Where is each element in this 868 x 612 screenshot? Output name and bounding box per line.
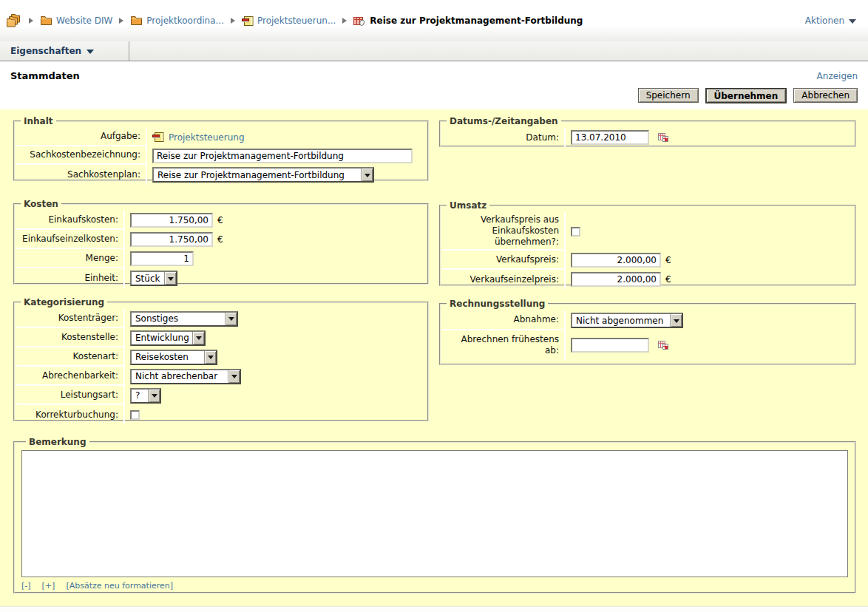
section-inhalt-legend: Inhalt <box>21 116 56 126</box>
aufgabe-link[interactable]: Projektsteuerung <box>169 132 245 143</box>
dropdown-arrow-icon <box>164 272 176 285</box>
sachkostenbezeichnung-input[interactable] <box>152 149 413 163</box>
currency-label: € <box>665 274 671 285</box>
breadcrumb-item-website-diw[interactable]: Website DIW <box>40 16 112 26</box>
dropdown-arrow-icon <box>670 314 682 327</box>
section-kosten: Kosten Einkaufskosten: € Einkaufseinzelk… <box>13 199 429 285</box>
leistungsart-label: Leistungsart: <box>16 386 125 405</box>
korrekturbuchung-checkbox[interactable] <box>130 410 140 420</box>
aufgabe-label: Aufgabe: <box>16 128 147 146</box>
sachkostenplan-select[interactable]: Reise zur Projektmanagement-Fortbildung <box>152 167 374 183</box>
abrechnen-fruehestens-ab-label: Abrechnen frühestens ab: <box>442 330 566 360</box>
bottom-strip <box>0 606 868 612</box>
breadcrumb-item-projektkoordination[interactable]: Projektkoordina... <box>130 16 224 26</box>
einheit-label: Einheit: <box>16 268 125 288</box>
breadcrumb-separator-icon <box>342 18 347 24</box>
currency-label: € <box>665 255 671 265</box>
cancel-button[interactable]: Abbrechen <box>793 88 858 103</box>
leistungsart-select[interactable]: ? <box>130 388 161 404</box>
menge-label: Menge: <box>16 249 125 268</box>
kostentraeger-label: Kostenträger: <box>16 309 125 328</box>
breadcrumb-separator-icon <box>231 18 235 24</box>
datum-label: Datum: <box>442 128 566 147</box>
tab-eigenschaften[interactable]: Eigenschaften <box>0 41 129 61</box>
save-button[interactable]: Speichern <box>638 88 699 103</box>
calendar-picker-icon[interactable] <box>658 340 668 350</box>
section-umsatz-legend: Umsatz <box>447 200 489 211</box>
section-datums: Datums-/Zeitangaben Datum: <box>439 116 856 147</box>
verkaufspreis-uebernehmen-label: Verkaufspreis aus Einkaufskosten überneh… <box>442 212 566 251</box>
currency-label: € <box>217 234 223 245</box>
grow-textarea-link[interactable]: [+] <box>42 581 55 591</box>
sachkostenplan-label: Sachkostenplan: <box>16 165 147 185</box>
kostenstelle-label: Kostenstelle: <box>16 328 125 347</box>
dropdown-arrow-icon <box>148 390 160 402</box>
verkaufseinzelpreis-label: Verkaufseinzelpreis: <box>442 270 566 289</box>
abrechenbarkeit-select[interactable]: Nicht abrechenbar <box>130 369 241 384</box>
section-kosten-legend: Kosten <box>21 199 61 209</box>
currency-label: € <box>217 215 223 225</box>
folder-icon <box>130 16 143 26</box>
section-bemerkung-legend: Bemerkung <box>26 437 89 447</box>
verkaufspreis-input[interactable] <box>571 253 661 268</box>
folder-stack-icon[interactable] <box>6 13 22 28</box>
section-datums-legend: Datums-/Zeitangaben <box>447 116 561 126</box>
section-kategorisierung: Kategorisierung Kostenträger: Sonstiges … <box>13 297 429 421</box>
sachkostenbezeichnung-label: Sachkostenbezeichnung: <box>16 146 147 165</box>
abnahme-label: Abnahme: <box>442 310 566 330</box>
tab-strip: Eigenschaften <box>0 41 868 61</box>
kostentraeger-selected-value: Sonstiges <box>132 313 225 325</box>
section-rechnungsstellung-legend: Rechnungsstellung <box>447 299 548 309</box>
shrink-textarea-link[interactable]: [-] <box>21 581 31 591</box>
kostenart-label: Kostenart: <box>16 347 125 367</box>
bemerkung-toolbar: [-] [+] [Absätze neu formatieren] <box>21 581 848 591</box>
section-rechnungsstellung: Rechnungsstellung Abnahme: Nicht abgenom… <box>439 299 856 365</box>
dropdown-arrow-icon <box>192 332 204 344</box>
breadcrumb-separator-icon <box>119 18 123 24</box>
einkaufseinzelkosten-input[interactable] <box>130 232 213 247</box>
folder-icon <box>40 16 52 26</box>
dropdown-arrow-icon <box>225 313 237 325</box>
sachkostenplan-selected-value: Reise zur Projektmanagement-Fortbildung <box>154 169 361 181</box>
breadcrumb-separator-icon <box>29 18 33 24</box>
cost-item-icon <box>353 16 366 27</box>
einheit-select[interactable]: Stück <box>130 271 177 286</box>
breadcrumb-item-current: Reise zur Projektmanagement-Fortbildung <box>353 16 583 27</box>
tab-label: Eigenschaften <box>10 46 81 56</box>
task-folder-icon <box>242 16 254 27</box>
menge-input[interactable] <box>130 251 194 266</box>
actions-menu-button[interactable]: Aktionen <box>805 16 856 26</box>
einkaufskosten-input[interactable] <box>130 213 213 228</box>
leistungsart-selected-value: ? <box>132 390 148 402</box>
bemerkung-textarea[interactable] <box>21 450 848 577</box>
verkaufseinzelpreis-input[interactable] <box>571 272 661 287</box>
section-umsatz: Umsatz Verkaufspreis aus Einkaufskosten … <box>439 200 856 286</box>
kostenart-selected-value: Reisekosten <box>132 351 204 364</box>
breadcrumb-item-label: Projektkoordina... <box>146 16 224 26</box>
abrechnen-fruehestens-ab-input[interactable] <box>571 338 649 353</box>
reformat-paragraphs-link[interactable]: [Absätze neu formatieren] <box>66 581 173 591</box>
form-area: Inhalt Aufgabe: Projektsteuerung <box>0 109 868 606</box>
apply-button[interactable]: Übernehmen <box>705 88 787 103</box>
abnahme-select[interactable]: Nicht abgenommen <box>571 313 683 328</box>
verkaufspreis-uebernehmen-checkbox[interactable] <box>571 227 580 237</box>
breadcrumb-item-label: Projektsteuerun... <box>257 16 336 26</box>
breadcrumb-item-projektsteuerung[interactable]: Projektsteuerun... <box>242 16 336 27</box>
abrechenbarkeit-selected-value: Nicht abrechenbar <box>132 370 228 383</box>
breadcrumb-item-label: Reise zur Projektmanagement-Fortbildung <box>370 16 583 26</box>
kostenstelle-select[interactable]: Entwicklung <box>130 330 206 346</box>
dropdown-arrow-icon <box>228 370 240 383</box>
section-kategorisierung-legend: Kategorisierung <box>21 297 107 307</box>
dropdown-arrow-icon <box>204 351 216 364</box>
kostentraeger-select[interactable]: Sonstiges <box>130 311 238 327</box>
task-folder-icon <box>152 132 164 143</box>
datum-input[interactable] <box>571 130 649 145</box>
kostenart-select[interactable]: Reisekosten <box>130 350 217 365</box>
chevron-down-icon <box>849 19 856 24</box>
anzeigen-link[interactable]: Anzeigen <box>817 71 858 81</box>
page-title: Stammdaten <box>10 70 80 81</box>
dropdown-arrow-icon <box>361 169 373 181</box>
einkaufseinzelkosten-label: Einkaufseinzelkosten: <box>16 230 125 249</box>
korrekturbuchung-label: Korrekturbuchung: <box>16 405 125 424</box>
calendar-picker-icon[interactable] <box>658 132 668 143</box>
